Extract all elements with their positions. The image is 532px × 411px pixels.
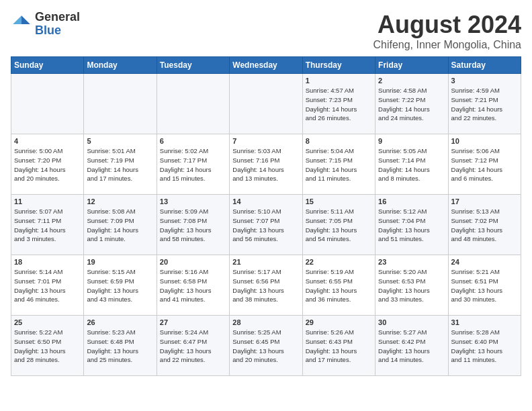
calendar-cell — [157, 74, 229, 134]
day-number: 6 — [160, 137, 226, 145]
day-info: Sunrise: 5:12 AM Sunset: 7:04 PM Dayligh… — [378, 207, 445, 244]
day-number: 18 — [14, 258, 81, 266]
day-number: 25 — [14, 318, 81, 326]
day-info: Sunrise: 5:24 AM Sunset: 6:47 PM Dayligh… — [160, 328, 226, 365]
day-number: 27 — [160, 318, 226, 326]
day-info: Sunrise: 5:09 AM Sunset: 7:08 PM Dayligh… — [160, 207, 226, 244]
day-info: Sunrise: 5:23 AM Sunset: 6:48 PM Dayligh… — [87, 328, 153, 365]
calendar-cell: 30Sunrise: 5:27 AM Sunset: 6:42 PM Dayli… — [375, 316, 448, 376]
day-info: Sunrise: 5:06 AM Sunset: 7:12 PM Dayligh… — [451, 146, 518, 183]
calendar-cell: 15Sunrise: 5:11 AM Sunset: 7:05 PM Dayli… — [302, 195, 375, 255]
day-info: Sunrise: 5:25 AM Sunset: 6:45 PM Dayligh… — [232, 328, 299, 365]
day-number: 15 — [306, 197, 372, 205]
day-info: Sunrise: 5:28 AM Sunset: 6:40 PM Dayligh… — [451, 328, 518, 365]
calendar-cell: 7Sunrise: 5:03 AM Sunset: 7:16 PM Daylig… — [230, 134, 302, 195]
month-title: August 2024 — [373, 11, 521, 39]
day-info: Sunrise: 5:26 AM Sunset: 6:43 PM Dayligh… — [306, 328, 372, 365]
day-number: 7 — [232, 137, 299, 145]
logo-icon — [11, 13, 32, 35]
logo-text: General Blue — [35, 11, 80, 38]
logo-general: General — [35, 11, 80, 24]
calendar-cell: 18Sunrise: 5:14 AM Sunset: 7:01 PM Dayli… — [11, 255, 84, 316]
calendar-cell: 14Sunrise: 5:10 AM Sunset: 7:07 PM Dayli… — [230, 195, 302, 255]
logo-blue: Blue — [35, 24, 80, 38]
calendar-header-row: SundayMondayTuesdayWednesdayThursdayFrid… — [11, 57, 521, 74]
calendar-cell: 6Sunrise: 5:02 AM Sunset: 7:17 PM Daylig… — [157, 134, 229, 195]
day-number: 1 — [306, 77, 372, 85]
day-number: 24 — [451, 258, 518, 266]
day-number: 21 — [232, 258, 299, 266]
day-info: Sunrise: 5:00 AM Sunset: 7:20 PM Dayligh… — [14, 146, 81, 183]
calendar-cell: 19Sunrise: 5:15 AM Sunset: 6:59 PM Dayli… — [84, 255, 157, 316]
day-number: 28 — [232, 318, 299, 326]
svg-marker-1 — [13, 15, 21, 24]
day-number: 5 — [87, 137, 153, 145]
calendar-cell: 23Sunrise: 5:20 AM Sunset: 6:53 PM Dayli… — [375, 255, 448, 316]
calendar-cell: 5Sunrise: 5:01 AM Sunset: 7:19 PM Daylig… — [84, 134, 157, 195]
day-number: 19 — [87, 258, 153, 266]
header-wednesday: Wednesday — [230, 57, 302, 74]
calendar-cell: 29Sunrise: 5:26 AM Sunset: 6:43 PM Dayli… — [302, 316, 375, 376]
title-block: August 2024 Chifeng, Inner Mongolia, Chi… — [373, 11, 521, 51]
day-info: Sunrise: 4:58 AM Sunset: 7:22 PM Dayligh… — [378, 86, 445, 123]
calendar-week-1: 1Sunrise: 4:57 AM Sunset: 7:23 PM Daylig… — [11, 74, 521, 134]
day-info: Sunrise: 5:01 AM Sunset: 7:19 PM Dayligh… — [87, 146, 153, 183]
day-info: Sunrise: 5:02 AM Sunset: 7:17 PM Dayligh… — [160, 146, 226, 183]
calendar-cell: 22Sunrise: 5:19 AM Sunset: 6:55 PM Dayli… — [302, 255, 375, 316]
calendar-week-3: 11Sunrise: 5:07 AM Sunset: 7:11 PM Dayli… — [11, 195, 521, 255]
calendar-cell: 25Sunrise: 5:22 AM Sunset: 6:50 PM Dayli… — [11, 316, 84, 376]
subtitle: Chifeng, Inner Mongolia, China — [373, 39, 521, 51]
day-number: 4 — [14, 137, 81, 145]
calendar-cell: 4Sunrise: 5:00 AM Sunset: 7:20 PM Daylig… — [11, 134, 84, 195]
calendar-cell: 26Sunrise: 5:23 AM Sunset: 6:48 PM Dayli… — [84, 316, 157, 376]
calendar-cell: 12Sunrise: 5:08 AM Sunset: 7:09 PM Dayli… — [84, 195, 157, 255]
day-number: 9 — [378, 137, 445, 145]
calendar-cell: 20Sunrise: 5:16 AM Sunset: 6:58 PM Dayli… — [157, 255, 229, 316]
calendar-cell — [84, 74, 157, 134]
day-info: Sunrise: 5:04 AM Sunset: 7:15 PM Dayligh… — [306, 146, 372, 183]
day-number: 23 — [378, 258, 445, 266]
day-info: Sunrise: 5:15 AM Sunset: 6:59 PM Dayligh… — [87, 267, 153, 304]
header-friday: Friday — [375, 57, 448, 74]
day-number: 31 — [451, 318, 518, 326]
day-info: Sunrise: 5:16 AM Sunset: 6:58 PM Dayligh… — [160, 267, 226, 304]
day-number: 29 — [306, 318, 372, 326]
day-info: Sunrise: 4:59 AM Sunset: 7:21 PM Dayligh… — [451, 86, 518, 123]
logo: General Blue — [11, 11, 80, 38]
day-info: Sunrise: 5:11 AM Sunset: 7:05 PM Dayligh… — [306, 207, 372, 244]
calendar-week-4: 18Sunrise: 5:14 AM Sunset: 7:01 PM Dayli… — [11, 255, 521, 316]
calendar-cell: 17Sunrise: 5:13 AM Sunset: 7:02 PM Dayli… — [448, 195, 521, 255]
calendar-cell: 27Sunrise: 5:24 AM Sunset: 6:47 PM Dayli… — [157, 316, 229, 376]
day-info: Sunrise: 5:08 AM Sunset: 7:09 PM Dayligh… — [87, 207, 153, 244]
day-number: 10 — [451, 137, 518, 145]
header-sunday: Sunday — [11, 57, 84, 74]
day-number: 17 — [451, 197, 518, 205]
day-number: 26 — [87, 318, 153, 326]
day-info: Sunrise: 5:27 AM Sunset: 6:42 PM Dayligh… — [378, 328, 445, 365]
svg-marker-0 — [21, 15, 30, 24]
calendar-cell: 13Sunrise: 5:09 AM Sunset: 7:08 PM Dayli… — [157, 195, 229, 255]
calendar-cell: 28Sunrise: 5:25 AM Sunset: 6:45 PM Dayli… — [230, 316, 302, 376]
day-info: Sunrise: 5:17 AM Sunset: 6:56 PM Dayligh… — [232, 267, 299, 304]
calendar-week-5: 25Sunrise: 5:22 AM Sunset: 6:50 PM Dayli… — [11, 316, 521, 376]
day-number: 20 — [160, 258, 226, 266]
calendar-cell: 11Sunrise: 5:07 AM Sunset: 7:11 PM Dayli… — [11, 195, 84, 255]
day-number: 8 — [306, 137, 372, 145]
day-info: Sunrise: 5:14 AM Sunset: 7:01 PM Dayligh… — [14, 267, 81, 304]
day-number: 3 — [451, 77, 518, 85]
calendar-week-2: 4Sunrise: 5:00 AM Sunset: 7:20 PM Daylig… — [11, 134, 521, 195]
calendar-cell: 9Sunrise: 5:05 AM Sunset: 7:14 PM Daylig… — [375, 134, 448, 195]
day-number: 2 — [378, 77, 445, 85]
header-tuesday: Tuesday — [157, 57, 229, 74]
day-info: Sunrise: 5:10 AM Sunset: 7:07 PM Dayligh… — [232, 207, 299, 244]
calendar-cell: 21Sunrise: 5:17 AM Sunset: 6:56 PM Dayli… — [230, 255, 302, 316]
day-number: 22 — [306, 258, 372, 266]
day-info: Sunrise: 5:03 AM Sunset: 7:16 PM Dayligh… — [232, 146, 299, 183]
day-info: Sunrise: 5:13 AM Sunset: 7:02 PM Dayligh… — [451, 207, 518, 244]
calendar-cell: 10Sunrise: 5:06 AM Sunset: 7:12 PM Dayli… — [448, 134, 521, 195]
day-number: 30 — [378, 318, 445, 326]
header-thursday: Thursday — [302, 57, 375, 74]
day-info: Sunrise: 5:22 AM Sunset: 6:50 PM Dayligh… — [14, 328, 81, 365]
calendar-cell: 24Sunrise: 5:21 AM Sunset: 6:51 PM Dayli… — [448, 255, 521, 316]
calendar-cell: 3Sunrise: 4:59 AM Sunset: 7:21 PM Daylig… — [448, 74, 521, 134]
